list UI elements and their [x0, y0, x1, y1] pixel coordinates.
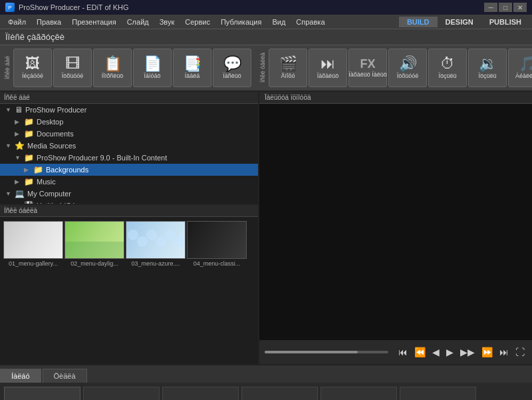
thumb-canvas-2 [65, 221, 124, 259]
mode-build-button[interactable]: BUILD [399, 17, 438, 27]
tree-item-desktop[interactable]: ▶📁Desktop [0, 116, 258, 128]
tree-icon-media-sources: ⭐ [15, 141, 25, 150]
transitions-icon: ⏭ [321, 57, 335, 71]
next-frame-button[interactable]: ▶▶ [458, 345, 477, 359]
rewind-button[interactable]: ⏪ [412, 345, 428, 359]
right-panel-header: Ïàëüöóá ïöïîóöà [259, 92, 532, 104]
audio-icon: 🔊 [399, 57, 417, 71]
tree-item-backgrounds[interactable]: ▶📁Backgrounds [0, 164, 258, 176]
minimize-button[interactable]: ─ [484, 3, 497, 12]
slideshow-icon: 📋 [104, 57, 122, 71]
new-label: Íäàëá [185, 73, 200, 80]
toolbar-music-button[interactable]: 🎵 Àéàëëüö [508, 49, 532, 87]
thumb-item-1[interactable]: 01_menu-gallery... [4, 221, 63, 267]
close-button[interactable]: ✕ [513, 3, 527, 12]
mode-publish-button[interactable]: PUBLISH [481, 17, 529, 27]
audio-label: Ïöõüóóé [397, 73, 419, 80]
progress-bar[interactable] [265, 351, 388, 353]
toolbar-effects-button[interactable]: 🎬 Åïîôó [269, 49, 307, 87]
tree-label-media-sources: Media Sources [27, 142, 76, 150]
tree-icon-backgrounds: 📁 [33, 165, 43, 174]
thumb-item-3[interactable]: 03_menu-azure.... [126, 221, 185, 267]
music-icon: 🎵 [519, 57, 533, 71]
menu-item-сервис[interactable]: Сервис [180, 17, 215, 27]
tree-item-media-sources[interactable]: ▼⭐Media Sources [0, 140, 258, 152]
tree-item-music[interactable]: ▶📁Music [0, 176, 258, 188]
thumbs-header: Íñêë óáéëà [0, 204, 258, 217]
menu-item-слайд[interactable]: Слайд [122, 17, 154, 27]
tree-label-proshow: ProShow Producer [25, 106, 86, 114]
thumbs-area[interactable]: 01_menu-gallery...02_menu-daylig...03_me… [0, 217, 258, 364]
fx-icon: FX [360, 58, 375, 70]
music-label: Àéàëëüö [515, 73, 532, 80]
tree-item-documents[interactable]: ▶📁Documents [0, 128, 258, 140]
slide-slot-5[interactable] [321, 387, 397, 400]
duration-icon: ⏱ [440, 57, 455, 71]
toolbar-volume-button[interactable]: 🔉 Ïöçüëü [468, 49, 507, 87]
menu-item-вид[interactable]: Вид [267, 17, 291, 27]
toolbar-duration-button[interactable]: ⏱ Ïöçüëü [428, 49, 467, 87]
breadcrumb-text: Ïîèñê çàãðóçêè [5, 32, 65, 42]
menu-item-звук[interactable]: Звук [154, 17, 180, 27]
toolbar-captions-button[interactable]: 💬 Ïàñëüö [213, 49, 251, 87]
file-tree[interactable]: ▼🖥ProShow Producer▶📁Desktop▶📁Documents▼⭐… [0, 104, 258, 204]
toolbar-fx-button[interactable]: FX Ïàõàëüö Íàëüö [348, 49, 387, 87]
app-icon: P [5, 3, 15, 12]
tree-icon-proshow-9: 📁 [24, 153, 34, 162]
toolbar-slide-button[interactable]: 📄 Ïáíóáö [133, 49, 172, 87]
tree-item-proshow[interactable]: ▼🖥ProShow Producer [0, 104, 258, 116]
thumb-canvas-1 [3, 221, 63, 259]
tab-other[interactable]: Öèäëà [43, 369, 87, 383]
menu-item-правка[interactable]: Правка [31, 17, 66, 27]
menu-item-справка[interactable]: Справка [291, 17, 330, 27]
fast-forward-button[interactable]: ⏩ [479, 345, 495, 359]
tree-item-my-computer[interactable]: ▼💻My Computer [0, 188, 258, 200]
fullscreen-button[interactable]: ⛶ [513, 345, 527, 359]
tree-label-documents: Documents [37, 130, 74, 138]
menu-bar: ФайлПравкаПрезентацияСлайдЗвукСервисПубл… [0, 15, 532, 29]
title-bar-controls: ─ □ ✕ [484, 3, 527, 12]
toolbar-format-button[interactable]: 🎞 Ïöõüóóé [53, 49, 92, 87]
slide-slot-2[interactable] [83, 387, 160, 400]
tree-label-my-computer: My Computer [27, 190, 71, 198]
menu-item-файл[interactable]: Файл [3, 17, 31, 27]
toolbar-new-button[interactable]: 📑 Íäàëá [173, 49, 211, 87]
menu-item-презентация[interactable]: Презентация [66, 17, 121, 27]
thumb-item-2[interactable]: 02_menu-daylig... [65, 221, 124, 267]
tree-label-proshow-9: ProShow Producer 9.0 - Built-In Content [37, 154, 167, 162]
menu-items: ФайлПравкаПрезентацияСлайдЗвукСервисПубл… [3, 17, 331, 27]
slides-placeholder: Slides Ïàëüöóëü Ïîàë öïóàëöó ëóö àëàëé [4, 387, 80, 400]
thumb-label-3: 03_menu-azure.... [126, 260, 185, 267]
toolbar-load-button[interactable]: 🖼 Íéçáóóé [13, 49, 52, 87]
mode-design-button[interactable]: DESIGN [438, 17, 481, 27]
toolbar-audio-button[interactable]: 🔊 Ïöõüóóé [388, 49, 427, 87]
menu-item-публикация[interactable]: Публикация [215, 17, 267, 27]
skip-forward-button[interactable]: ⏭ [497, 345, 511, 359]
prev-frame-button[interactable]: ◀ [430, 345, 442, 359]
skip-back-button[interactable]: ⏮ [396, 345, 410, 359]
progress-bar-fill [265, 351, 358, 353]
toolbar-transitions-button[interactable]: ⏭ Ïàõàëüö [309, 49, 347, 87]
tab-slides[interactable]: Íàëáó [0, 369, 41, 383]
thumb-item-4[interactable]: 04_menu-classi... [188, 221, 246, 267]
tree-icon-my-computer: 💻 [15, 189, 25, 198]
tree-icon-proshow: 🖥 [15, 105, 23, 114]
slide-slot-6[interactable] [400, 387, 476, 400]
tree-label-music: Music [37, 178, 56, 186]
toolbar-slideshow-button[interactable]: 📋 Íîïðñëüö [93, 49, 132, 87]
slide-label: Ïáíóáö [144, 73, 160, 80]
slide-slot-3[interactable] [162, 387, 239, 400]
format-icon: 🎞 [65, 57, 80, 71]
breadcrumb: Ïîèñê çàãðóçêè [0, 29, 532, 45]
tree-item-proshow-9[interactable]: ▼📁ProShow Producer 9.0 - Built-In Conten… [0, 152, 258, 164]
maximize-button[interactable]: □ [499, 3, 512, 12]
mode-buttons: BUILD DESIGN PUBLISH [399, 17, 529, 27]
load-label: Íéçáóóé [22, 73, 43, 80]
volume-icon: 🔉 [479, 57, 497, 71]
fx-label: Ïàõàëüö Íàëüö [348, 72, 387, 79]
tree-label-desktop: Desktop [37, 118, 63, 126]
slide-slot-4[interactable] [241, 387, 318, 400]
play-button[interactable]: ▶ [444, 345, 456, 359]
thumb-label-4: 04_menu-classi... [188, 260, 246, 267]
main-area: Íñêë áàé ▼🖥ProShow Producer▶📁Desktop▶📁Do… [0, 92, 532, 364]
